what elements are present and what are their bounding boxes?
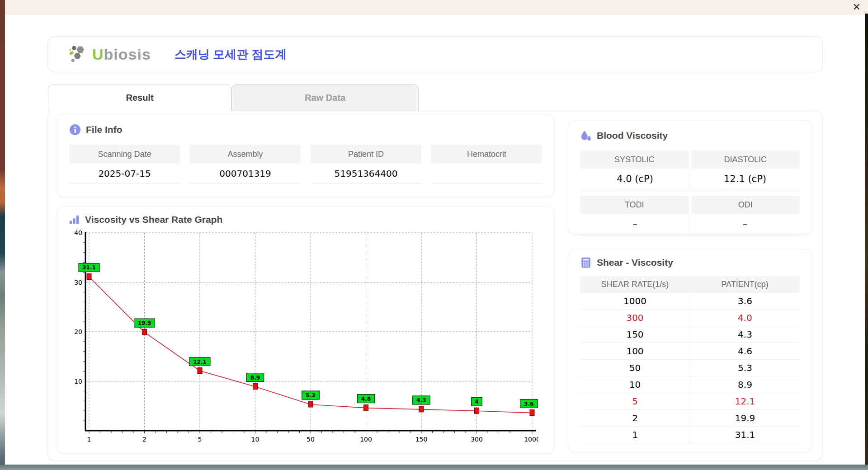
table-row: 108.9: [580, 376, 800, 393]
patient-cell: 31.1: [690, 427, 800, 443]
shear-table-body: 10003.63004.01504.31004.6505.3108.9512.1…: [580, 293, 800, 443]
shear-rate-cell: 10: [580, 376, 690, 393]
field-value: 000701319: [190, 164, 301, 183]
file-info-field: Hematocrit: [431, 145, 542, 183]
svg-text:40: 40: [74, 229, 82, 236]
viscosity-chart-canvas: 102030401251050100150300100031.119.912.1…: [68, 229, 543, 447]
svg-text:3.6: 3.6: [524, 401, 533, 407]
ubiosis-logo-icon: [69, 44, 89, 64]
patient-cell: 4.6: [690, 343, 800, 359]
background-bottom-edge: [0, 465, 868, 470]
bv-header-row: TODIODI: [580, 196, 800, 214]
svg-text:1: 1: [87, 436, 91, 443]
shear-rate-cell: 100: [580, 343, 690, 359]
shear-rate-cell: 150: [580, 326, 690, 343]
field-label: Assembly: [190, 145, 301, 164]
svg-text:8.9: 8.9: [250, 375, 260, 381]
ubiosis-logo: Ubiosis: [69, 44, 151, 64]
viscosity-chart: 102030401251050100150300100031.119.912.1…: [68, 229, 538, 445]
tab-content-panel: Result Raw Data File Info Scanning Date2…: [47, 111, 823, 461]
tab-raw-data[interactable]: Raw Data: [231, 84, 419, 111]
svg-text:2: 2: [142, 436, 146, 443]
field-value: 51951364400: [311, 164, 421, 183]
info-icon: [69, 124, 81, 136]
svg-text:5.3: 5.3: [306, 392, 315, 399]
logo-rest: biosis: [104, 46, 151, 63]
blood-viscosity-heading: Blood Viscosity: [580, 130, 800, 141]
graph-heading: Viscosity vs Shear Rate Graph: [68, 214, 543, 226]
viscosity-graph-panel: Viscosity vs Shear Rate Graph 1020304012…: [57, 206, 554, 454]
patient-cell: 5.3: [690, 360, 800, 376]
left-column: File Info Scanning Date2025-07-15Assembl…: [57, 114, 554, 454]
page-title: 스캐닝 모세관 점도계: [175, 47, 287, 62]
field-value: [431, 164, 542, 183]
patient-cell: 8.9: [690, 376, 800, 393]
app-window: Ubiosis 스캐닝 모세관 점도계 Result Raw Data File…: [5, 15, 865, 465]
table-row: 1504.3: [580, 326, 800, 343]
svg-text:31.1: 31.1: [82, 264, 96, 271]
bv-label: TODI: [580, 196, 689, 214]
table-row: 10003.6: [580, 293, 800, 310]
field-label: Hematocrit: [431, 145, 542, 164]
bv-value: 4.0 (cP): [580, 169, 690, 190]
file-info-field: Assembly000701319: [190, 145, 301, 183]
right-column: Blood Viscosity SYSTOLICDIASTOLIC4.0 (cP…: [568, 120, 812, 452]
file-info-heading: File Info: [69, 124, 542, 136]
shear-rate-cell: 1000: [580, 293, 690, 309]
logo-letter-u: U: [92, 46, 104, 63]
file-info-field: Scanning Date2025-07-15: [69, 145, 180, 183]
table-row: 505.3: [580, 360, 800, 376]
svg-text:20: 20: [74, 328, 82, 335]
background-right-edge: [865, 14, 868, 465]
patient-cell: 3.6: [690, 293, 800, 309]
table-row: 3004.0: [580, 310, 800, 326]
blood-viscosity-title: Blood Viscosity: [597, 130, 668, 141]
shear-rate-cell: 5: [580, 393, 690, 409]
droplets-icon: [580, 130, 592, 141]
shear-table-header: SHEAR RATE(1/s) PATIENT(cp): [580, 276, 800, 293]
patient-column-header: PATIENT(cp): [690, 276, 800, 293]
svg-text:300: 300: [471, 436, 483, 443]
close-icon[interactable]: ✕: [853, 2, 861, 13]
logo-wordmark: Ubiosis: [92, 46, 151, 63]
field-label: Scanning Date: [69, 145, 180, 164]
bv-value: 12.1 (cP): [690, 169, 800, 190]
tab-result[interactable]: Result: [48, 84, 231, 112]
shear-rate-cell: 50: [580, 360, 690, 376]
svg-text:4.6: 4.6: [361, 396, 371, 402]
svg-text:19.9: 19.9: [138, 320, 151, 326]
bv-label: ODI: [691, 196, 800, 214]
graph-title: Viscosity vs Shear Rate Graph: [85, 214, 222, 225]
blood-viscosity-panel: Blood Viscosity SYSTOLICDIASTOLIC4.0 (cP…: [568, 120, 812, 235]
shear-viscosity-panel: Shear - Viscosity SHEAR RATE(1/s) PATIEN…: [568, 249, 812, 452]
svg-text:12.1: 12.1: [193, 359, 207, 365]
shear-viscosity-heading: Shear - Viscosity: [580, 257, 800, 268]
bar-chart-icon: [68, 214, 80, 226]
table-row: 131.1: [580, 427, 800, 443]
file-info-panel: File Info Scanning Date2025-07-15Assembl…: [57, 114, 554, 197]
bv-label: DIASTOLIC: [691, 150, 800, 169]
bv-label: SYSTOLIC: [580, 150, 689, 169]
file-info-field: Patient ID51951364400: [311, 145, 421, 183]
svg-text:5: 5: [198, 436, 202, 443]
shear-rate-column-header: SHEAR RATE(1/s): [580, 276, 690, 293]
svg-text:10: 10: [74, 378, 82, 385]
field-label: Patient ID: [311, 145, 421, 164]
bv-value: –: [690, 214, 800, 235]
shear-rate-cell: 2: [580, 410, 690, 426]
bv-value-row: ––: [580, 214, 800, 235]
svg-text:4: 4: [475, 399, 478, 405]
svg-text:50: 50: [307, 436, 315, 443]
file-info-title: File Info: [86, 124, 123, 135]
shear-rate-cell: 300: [580, 310, 690, 326]
svg-text:30: 30: [74, 279, 82, 286]
bv-value-row: 4.0 (cP)12.1 (cP): [580, 169, 800, 190]
window-titlebar: ✕: [5, 0, 868, 15]
svg-text:10: 10: [251, 436, 259, 443]
svg-text:1000: 1000: [524, 436, 538, 443]
field-value: 2025-07-15: [69, 164, 180, 183]
bv-header-row: SYSTOLICDIASTOLIC: [580, 150, 800, 169]
blood-viscosity-table: SYSTOLICDIASTOLIC4.0 (cP)12.1 (cP)TODIOD…: [580, 150, 800, 235]
bv-value: –: [580, 214, 690, 235]
app-header: Ubiosis 스캐닝 모세관 점도계: [47, 36, 823, 72]
